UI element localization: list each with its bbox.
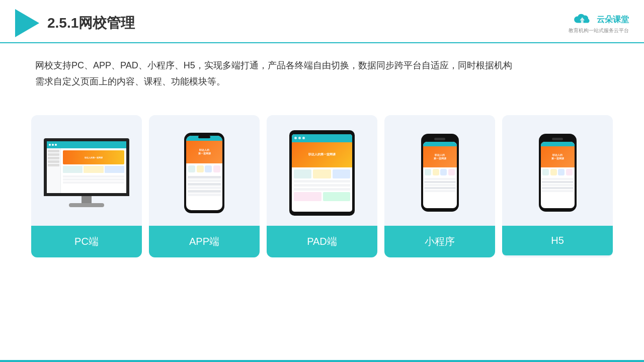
card-h5-label: H5	[502, 226, 613, 255]
header: 2.5.1网校管理 云朵课堂 教育机构一站式服务云平台	[0, 0, 644, 43]
card-pad: 职达人的第一堂网课	[267, 115, 377, 257]
description-line2: 需求自定义页面上的内容、课程、功能模块等。	[35, 73, 609, 89]
card-mini: 职达人的第一堂网课	[384, 115, 495, 257]
card-app-label: APP端	[149, 226, 260, 257]
card-app-image: 职达人的第一堂网课	[149, 115, 260, 226]
card-app: 职达人的第一堂网课	[149, 115, 260, 257]
card-mini-label: 小程序	[384, 226, 495, 257]
page-title: 2.5.1网校管理	[47, 14, 135, 33]
cloud-logo-icon	[573, 12, 593, 27]
description-block: 网校支持PC、APP、PAD、小程序、H5，实现多端打通，产品各终端自由切换，数…	[0, 43, 644, 95]
card-h5-image: 职达人的第一堂网课	[502, 115, 613, 226]
card-h5: 职达人的第一堂网课	[502, 115, 613, 257]
card-pc-label: PC端	[31, 226, 142, 257]
cards-container: 职达人的第一堂网课	[0, 100, 644, 273]
card-mini-image: 职达人的第一堂网课	[384, 115, 495, 226]
svg-rect-0	[581, 21, 584, 24]
card-pc-image: 职达人的第一堂网课	[31, 115, 142, 226]
header-left: 2.5.1网校管理	[15, 9, 135, 37]
description-line1: 网校支持PC、APP、PAD、小程序、H5，实现多端打通，产品各终端自由切换，数…	[35, 57, 609, 73]
small-phone-h5-icon: 职达人的第一堂网课	[539, 134, 577, 212]
brand-name: 云朵课堂	[597, 15, 629, 25]
phone-app-icon: 职达人的第一堂网课	[184, 133, 224, 213]
header-right: 云朵课堂 教育机构一站式服务云平台	[569, 12, 629, 34]
logo-triangle-icon	[15, 9, 39, 37]
tablet-icon: 职达人的第一堂网课	[289, 130, 355, 216]
card-pad-image: 职达人的第一堂网课	[267, 115, 377, 226]
brand-tagline: 教育机构一站式服务云平台	[569, 27, 629, 34]
card-pad-label: PAD端	[267, 226, 377, 257]
brand-logo: 云朵课堂	[573, 12, 629, 27]
card-pc: 职达人的第一堂网课	[31, 115, 142, 257]
small-phone-mini-icon: 职达人的第一堂网课	[421, 134, 459, 212]
pc-monitor-icon: 职达人的第一堂网课	[44, 138, 129, 207]
bottom-bar	[0, 360, 644, 362]
